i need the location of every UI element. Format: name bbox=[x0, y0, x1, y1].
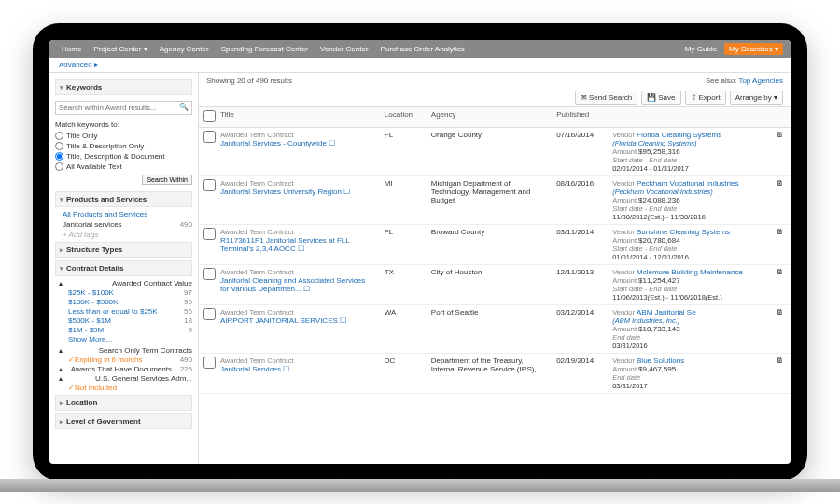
facet-range[interactable]: $500K - $1M18 bbox=[63, 316, 192, 325]
mail-icon: ✉ bbox=[581, 93, 587, 102]
vendor-link[interactable]: Sunshine Cleaning Systems bbox=[637, 228, 730, 236]
section-keywords[interactable]: Keywords bbox=[55, 79, 192, 95]
table-row: Awarded Term ContractR1173611P1 Janitori… bbox=[199, 225, 791, 265]
section-products[interactable]: Products and Services bbox=[55, 191, 192, 207]
nav-home[interactable]: Home bbox=[57, 43, 86, 55]
save-icon: 💾 bbox=[647, 93, 656, 102]
match-radio-0[interactable] bbox=[55, 132, 63, 140]
cell-agency: Department of the Treasury, Internal Rev… bbox=[427, 354, 552, 393]
row-checkbox[interactable] bbox=[203, 268, 216, 280]
col-published[interactable]: Published bbox=[552, 107, 608, 127]
contract-title-link[interactable]: Janitorial Cleaning and Associated Servi… bbox=[220, 276, 375, 293]
top-agencies-link[interactable]: Top Agencies bbox=[738, 77, 783, 85]
contract-title-link[interactable]: Janitorial Services University Region ☐ bbox=[220, 188, 375, 196]
contract-title-link[interactable]: Janitorial Services ☐ bbox=[220, 365, 375, 373]
external-icon: ☐ bbox=[298, 245, 304, 253]
external-icon: ☐ bbox=[303, 285, 310, 293]
search-icon[interactable]: 🔍 bbox=[179, 103, 189, 111]
external-icon: ☐ bbox=[283, 365, 289, 373]
contract-type: Awarded Term Contract bbox=[220, 357, 375, 365]
nav-spending-forecast[interactable]: Spending Forecast Center bbox=[217, 43, 313, 55]
section-contract-details[interactable]: Contract Details bbox=[55, 260, 192, 276]
save-button[interactable]: 💾Save bbox=[641, 91, 680, 105]
document-icon[interactable]: 🗎 bbox=[777, 179, 784, 188]
vendor-sub-link[interactable]: (ABM Industries, Inc.) bbox=[612, 316, 767, 325]
cell-location: FL bbox=[380, 225, 427, 264]
sidebar: Keywords 🔍 Match keywords to: Title Only… bbox=[49, 73, 199, 464]
match-radio-3[interactable] bbox=[55, 162, 63, 171]
facet-range[interactable]: $100K - $500K95 bbox=[63, 298, 192, 306]
add-tags[interactable]: + Add tags bbox=[63, 231, 192, 239]
arrange-by-dropdown[interactable]: Arrange by ▾ bbox=[730, 91, 783, 105]
contract-title-link[interactable]: Janitorial Services - Countywide ☐ bbox=[220, 139, 375, 147]
external-icon: ☐ bbox=[329, 139, 335, 147]
vendor-link[interactable]: Blue Solutions bbox=[637, 357, 684, 365]
facet-range[interactable]: $1M - $5M9 bbox=[63, 326, 192, 334]
contract-title-link[interactable]: AIRPORT JANITORIAL SERVICES ☐ bbox=[220, 316, 375, 325]
external-icon: ☐ bbox=[343, 188, 350, 196]
vendor-link[interactable]: ABM Janitorial Se bbox=[637, 308, 696, 316]
nav-project-center[interactable]: Project Center ▾ bbox=[89, 43, 151, 55]
nav-my-guide[interactable]: My Guide bbox=[680, 43, 721, 55]
match-keywords-label: Match keywords to: bbox=[55, 120, 192, 129]
document-icon[interactable]: 🗎 bbox=[777, 131, 784, 139]
select-all-checkbox[interactable] bbox=[203, 110, 216, 122]
section-location[interactable]: Location bbox=[55, 395, 192, 411]
col-agency[interactable]: Agency bbox=[427, 107, 552, 127]
table-row: Awarded Term ContractJanitorial Services… bbox=[199, 354, 791, 394]
vendor-link[interactable]: Mclemore Building Maintenance bbox=[637, 268, 743, 276]
cell-agency: Port of Seattle bbox=[427, 305, 552, 353]
facet-range[interactable]: $25K - $100K97 bbox=[63, 288, 192, 297]
expiring-filter[interactable]: ✓Expiring in 6 months bbox=[68, 356, 142, 364]
vendor-sub-link[interactable]: (Peckham Vocational Industries) bbox=[612, 188, 767, 196]
section-level-gov[interactable]: Level of Government bbox=[55, 413, 192, 429]
nav-po-analytics[interactable]: Purchase Order Analytics bbox=[376, 43, 469, 55]
send-search-button[interactable]: ✉Send Search bbox=[575, 91, 637, 105]
document-icon[interactable]: 🗎 bbox=[777, 308, 784, 316]
cell-published: 07/16/2014 bbox=[552, 128, 608, 175]
document-icon[interactable]: 🗎 bbox=[777, 268, 784, 276]
row-checkbox[interactable] bbox=[203, 131, 216, 143]
nav-vendor-center[interactable]: Vendor Center bbox=[315, 43, 373, 55]
contract-title-link[interactable]: R1173611P1 Janitorial Services at FLL Te… bbox=[220, 236, 375, 253]
document-icon[interactable]: 🗎 bbox=[777, 357, 784, 365]
date-label: Start date - End date bbox=[612, 156, 767, 164]
results-count: Showing 20 of 490 results bbox=[206, 77, 292, 85]
not-included-filter[interactable]: ✓Not Included bbox=[68, 384, 117, 392]
external-icon: ☐ bbox=[340, 316, 346, 325]
cell-agency: Broward County bbox=[427, 225, 552, 264]
all-products-link[interactable]: All Products and Services bbox=[63, 210, 192, 218]
advanced-link[interactable]: Advanced ▸ bbox=[59, 61, 98, 69]
facet-range[interactable]: Less than or equal to $25K56 bbox=[63, 307, 192, 315]
facet-acv: ▴ Awarded Contract Value bbox=[59, 279, 192, 287]
match-radio-label: Title, Description & Document bbox=[66, 152, 165, 161]
row-checkbox[interactable] bbox=[203, 179, 216, 191]
row-checkbox[interactable] bbox=[203, 308, 216, 320]
cell-published: 12/11/2013 bbox=[552, 265, 608, 304]
document-icon[interactable]: 🗎 bbox=[777, 228, 784, 236]
cell-agency: Michigan Department of Technology, Manag… bbox=[427, 176, 552, 224]
keyword-search-input[interactable] bbox=[55, 101, 192, 115]
facet-janitorial[interactable]: Janitorial services490 bbox=[63, 220, 192, 229]
vendor-link[interactable]: Peckham Vocational Industries bbox=[637, 179, 738, 188]
show-more-link[interactable]: Show More... bbox=[68, 335, 192, 343]
table-row: Awarded Term ContractJanitorial Services… bbox=[199, 176, 791, 225]
nav-my-searches[interactable]: My Searches ▾ bbox=[724, 43, 783, 55]
cell-published: 08/16/2016 bbox=[552, 176, 608, 224]
export-button[interactable]: ⇪Export bbox=[685, 91, 726, 105]
col-location[interactable]: Location bbox=[380, 107, 427, 127]
section-structure-types[interactable]: Structure Types bbox=[55, 242, 192, 258]
search-within-button[interactable]: Search Within bbox=[142, 175, 192, 185]
match-radio-2[interactable] bbox=[55, 152, 63, 161]
amount-value: $11,254,427 bbox=[638, 276, 680, 285]
vendor-sub-link[interactable]: (Florida Cleaning Systems) bbox=[612, 139, 767, 147]
col-title[interactable]: Title bbox=[216, 107, 380, 127]
cell-location: WA bbox=[380, 305, 427, 353]
nav-agency-center[interactable]: Agency Center bbox=[155, 43, 214, 55]
vendor-link[interactable]: Florida Cleaning Systems bbox=[637, 131, 721, 139]
row-checkbox[interactable] bbox=[203, 357, 216, 369]
amount-value: $24,088,236 bbox=[638, 196, 680, 204]
match-radio-1[interactable] bbox=[55, 142, 63, 150]
row-checkbox[interactable] bbox=[203, 228, 216, 240]
date-range: 01/01/2014 - 12/31/2016 bbox=[612, 253, 767, 261]
